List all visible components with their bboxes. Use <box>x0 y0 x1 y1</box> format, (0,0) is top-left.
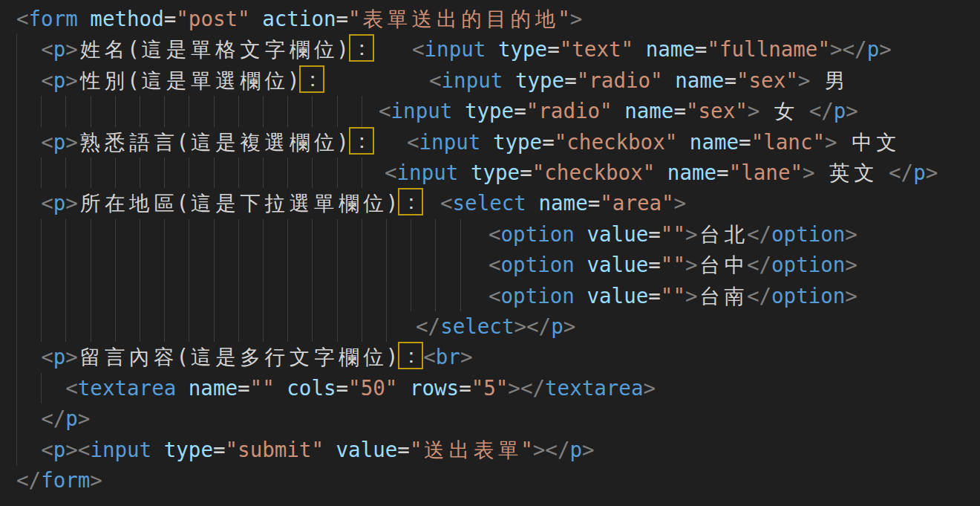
indent-guide <box>460 219 461 250</box>
code-line-12[interactable]: <p>留言內容(這是多行文字欄位)：<br> <box>0 342 980 372</box>
token-tag: select <box>440 314 514 338</box>
indent-guide <box>263 96 264 126</box>
token-text <box>480 130 493 154</box>
code-line-6[interactable]: <input type="checkbox" name="lane"> 英文 <… <box>0 158 980 188</box>
indent-guide <box>41 250 42 280</box>
token-tag: input <box>397 160 459 184</box>
code-line-13[interactable]: <textarea name="" cols="50" rows="5"></t… <box>0 373 980 403</box>
cjk-char: 這 <box>189 127 213 158</box>
code-line-16[interactable]: </form> <box>0 465 980 496</box>
cjk-char: 拉 <box>263 188 287 218</box>
cjk-char: 別 <box>102 65 127 96</box>
token-attribute: value <box>587 253 648 276</box>
cjk-char: 出 <box>434 4 459 34</box>
indent-guide <box>411 219 411 250</box>
indent-guide <box>65 219 66 250</box>
indent-guide <box>115 281 116 311</box>
code-line-8[interactable]: <option value="">台北</option> <box>0 219 980 250</box>
cjk-char: 是 <box>164 65 189 96</box>
code-segment: <option value="">台北</option> <box>489 219 858 250</box>
token-text: 留言內容(這是多行文字欄位) <box>78 345 398 369</box>
code-editor[interactable]: <form method="post" action="表單送出的目的地"> <… <box>0 0 980 506</box>
token-punctuation: ></ <box>533 438 570 461</box>
token-string: "area" <box>600 191 673 215</box>
code-line-1[interactable]: <form method="post" action="表單送出的目的地"> <box>0 4 980 34</box>
code-line-7[interactable]: <p>所在地區(這是下拉選單欄位)：<select name="area"> <box>0 188 980 218</box>
code-line-10[interactable]: <option value="">台南</option> <box>0 281 980 311</box>
indent-guide <box>65 311 66 342</box>
code-segment: <input type="checkbox" name="lanc"> 中文 <box>407 127 899 158</box>
indent-guide <box>238 219 239 250</box>
token-tag: p <box>913 160 926 184</box>
cjk-char: 是 <box>213 342 238 372</box>
code-line-11[interactable]: </select></p> <box>0 311 980 342</box>
code-line-3[interactable]: <p>性別(這是單選欄位)：<input type="radio" name="… <box>0 65 980 96</box>
token-punctuation: < <box>489 222 501 246</box>
token-punctuation: </ <box>747 284 771 308</box>
token-operator: = <box>238 376 250 400</box>
token-punctuation: > <box>570 7 583 30</box>
indent-guide <box>164 219 165 250</box>
token-string: "post" <box>176 7 249 30</box>
cjk-char: 下 <box>238 188 263 218</box>
indent-guide <box>312 158 313 188</box>
token-punctuation: >< <box>65 438 90 461</box>
token-operator: = <box>648 222 661 246</box>
cjk-char: 名 <box>102 34 127 65</box>
code-segment: <p>性別(這是單選欄位)： <box>16 65 324 96</box>
indent-guide <box>91 96 91 126</box>
cjk-char: 單 <box>496 435 520 465</box>
token-tag: textarea <box>78 376 176 400</box>
cjk-char: 位 <box>263 65 287 96</box>
token-punctuation: < <box>489 253 501 276</box>
token-punctuation: < <box>489 284 501 308</box>
indent-guide <box>214 158 215 188</box>
indent-guide <box>386 219 387 250</box>
token-text <box>324 438 336 461</box>
code-line-15[interactable]: <p><input type="submit" value="送出表單"></p… <box>0 435 980 465</box>
token-string: "50" <box>348 376 397 400</box>
token-punctuation: > <box>846 99 858 123</box>
cjk-char: 欄 <box>336 188 361 218</box>
indent-guide <box>164 311 165 342</box>
token-text <box>16 345 41 369</box>
code-line-14[interactable]: </p> <box>0 403 980 434</box>
code-segment: <p>所在地區(這是下拉選單欄位)： <box>16 188 423 218</box>
cjk-char: 熟 <box>78 127 102 158</box>
indent-guide <box>435 250 436 280</box>
cjk-char: ： <box>352 129 371 153</box>
token-operator: = <box>588 191 601 215</box>
code-line-2[interactable]: <p>姓名(這是單格文字欄位)：<input type="text" name=… <box>0 34 980 65</box>
unicode-highlight-box: ： <box>398 188 423 215</box>
token-punctuation: ></ <box>508 376 545 400</box>
indent-guide <box>16 96 17 126</box>
cjk-char: 位 <box>312 127 336 158</box>
indent-guide <box>460 250 461 280</box>
indent-guide <box>41 281 42 311</box>
cjk-char: 台 <box>698 250 722 280</box>
code-line-9[interactable]: <option value="">台中</option> <box>0 250 980 280</box>
cjk-char: 區 <box>151 188 176 218</box>
indent-guide <box>362 219 362 250</box>
indent-guide <box>337 219 338 250</box>
indent-guide <box>386 250 387 280</box>
token-punctuation: > <box>845 253 858 276</box>
indent-guide <box>189 158 189 188</box>
cjk-char: 是 <box>213 188 238 218</box>
token-operator: = <box>213 438 226 461</box>
indent-guide <box>411 281 411 311</box>
cjk-char: 出 <box>447 435 471 465</box>
cjk-char: ： <box>352 36 371 60</box>
token-string: "" <box>250 376 275 400</box>
indent-guide <box>16 158 17 188</box>
cjk-char: 的 <box>459 4 483 34</box>
code-line-5[interactable]: <p>熟悉語言(這是複選欄位)：<input type="checkbox" n… <box>0 127 980 158</box>
token-punctuation: < <box>16 7 29 30</box>
code-line-4[interactable]: <input type="radio" name="sex"> 女 </p> <box>0 96 980 126</box>
cjk-char: 表 <box>471 435 496 465</box>
indent-guide <box>238 158 239 188</box>
token-punctuation: > <box>685 253 698 276</box>
token-punctuation: </ <box>809 99 834 123</box>
token-attribute: action <box>262 7 336 30</box>
token-punctuation: < <box>41 68 53 92</box>
